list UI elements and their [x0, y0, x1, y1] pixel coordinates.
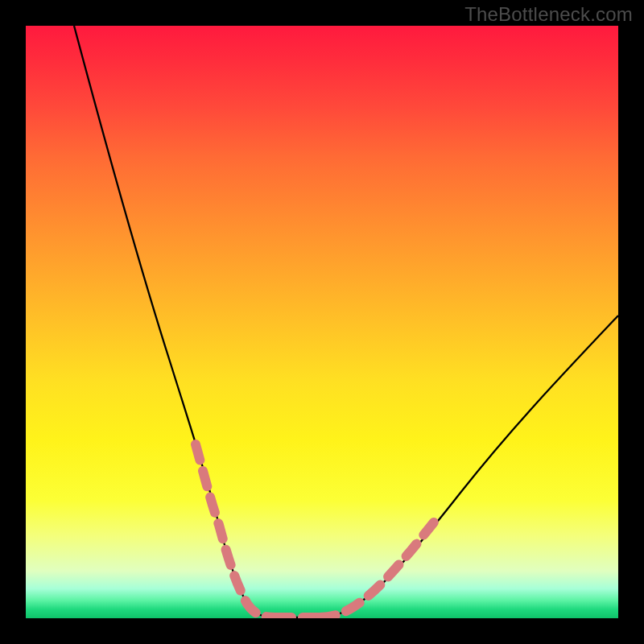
watermark-text: TheBottleneck.com [464, 3, 633, 26]
marker-dashes-right [320, 515, 440, 617]
marker-dashes-left [196, 444, 275, 617]
plot-area [26, 26, 618, 618]
bottleneck-curve-svg [26, 26, 618, 618]
bottleneck-curve [74, 26, 618, 617]
chart-frame: TheBottleneck.com [0, 0, 644, 644]
